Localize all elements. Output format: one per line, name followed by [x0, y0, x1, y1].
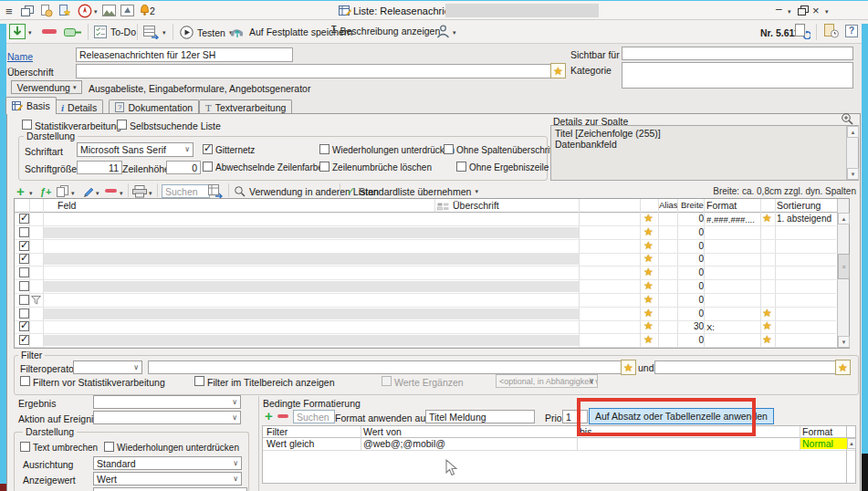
details-scrollbar[interactable]: ▲ ▼ — [846, 126, 858, 180]
field-table-row[interactable]: ★0#.###.###....★1. absteigend — [15, 213, 836, 226]
favorite-star-icon[interactable]: ★ — [643, 280, 654, 291]
wiederholungen2-checkbox[interactable] — [104, 442, 114, 452]
document-history-icon[interactable] — [823, 24, 840, 41]
gitternetz-checkbox[interactable] — [203, 144, 213, 154]
zeilenumbrueche-checkbox[interactable] — [319, 162, 329, 172]
row-visible-checkbox[interactable] — [19, 241, 29, 251]
row-visible-checkbox[interactable] — [19, 254, 29, 264]
cond-header-filter[interactable]: Filter — [267, 426, 288, 437]
field-table-row[interactable]: ★0★ — [15, 334, 836, 348]
favorite-star-icon[interactable]: ★ — [643, 226, 654, 237]
tab-basis[interactable]: Basis — [5, 97, 57, 114]
schriftart-select[interactable]: Microsoft Sans Serif — [77, 142, 193, 157]
tab-textverarbeitung[interactable]: T Textverarbeitung — [199, 99, 292, 114]
filter-input-2[interactable] — [654, 360, 839, 374]
todo-button[interactable]: To-Do — [94, 26, 136, 38]
standardliste-button[interactable]: ✓ Standardliste übernehmen ▾ — [347, 185, 478, 197]
ueberschrift-favorite-button[interactable]: ★ — [550, 63, 566, 78]
row-visible-checkbox[interactable] — [19, 308, 29, 319]
add-function-icon[interactable]: ƒ+ — [40, 186, 52, 197]
selbstsuchend-checkbox[interactable] — [117, 120, 127, 130]
minimize-dropdown-icon[interactable]: ▾ — [788, 8, 791, 16]
ohne-spalten-checkbox[interactable] — [444, 144, 454, 154]
statistik-checkbox[interactable] — [22, 120, 32, 130]
favorite-star-icon[interactable]: ★ — [643, 334, 654, 345]
close-button[interactable]: × — [812, 4, 820, 17]
schriftgroesse-input[interactable]: 11 — [77, 161, 122, 174]
col-header-feld[interactable]: Feld — [58, 200, 76, 211]
filtern-vor-checkbox[interactable] — [20, 376, 30, 386]
edit-dropdown-icon[interactable]: ▾ — [96, 190, 99, 197]
cond-header-format[interactable]: Format — [802, 426, 832, 437]
copy-dropdown-icon[interactable]: ▾ — [71, 190, 75, 197]
name-input[interactable]: Releasenachrichten für 12er SH — [76, 47, 293, 62]
col-header-format[interactable]: Format — [706, 200, 737, 211]
list-export-dropdown-icon[interactable]: ▾ — [162, 29, 166, 37]
person-dropdown-icon[interactable]: ▾ — [453, 29, 456, 37]
row-visible-checkbox[interactable] — [19, 227, 29, 237]
field-table-row[interactable]: ★0 — [15, 294, 836, 308]
favorite-star-icon[interactable]: ★ — [643, 320, 654, 331]
abwechselnd-checkbox[interactable] — [203, 162, 213, 172]
ausrichtung-select[interactable]: Standard — [93, 456, 242, 470]
save-icon[interactable] — [9, 24, 26, 41]
text-umbrechen-checkbox[interactable] — [20, 442, 30, 452]
minimize-button[interactable]: – — [776, 3, 782, 16]
col-header-alias[interactable]: Alias — [659, 200, 678, 210]
name-label[interactable]: Name — [7, 51, 33, 62]
wiederholungen-checkbox[interactable] — [319, 144, 329, 154]
favorite-star-icon[interactable]: ★ — [643, 253, 654, 264]
save-dropdown-icon[interactable]: ▾ — [28, 29, 32, 37]
history-refresh-icon[interactable] — [794, 24, 810, 41]
help-icon[interactable]: ? — [845, 25, 858, 37]
kategorie-input[interactable] — [622, 62, 853, 89]
delete-column-icon[interactable] — [105, 189, 117, 193]
tab-details[interactable]: i Details — [55, 99, 103, 114]
print-dropdown-icon[interactable]: ▾ — [149, 190, 152, 197]
suchen-input[interactable]: Suchen — [162, 184, 210, 198]
filter-input-1[interactable] — [148, 360, 624, 374]
connector-icon[interactable] — [64, 26, 82, 40]
ueberschrift-input[interactable] — [76, 64, 556, 78]
row-visible-checkbox[interactable] — [19, 281, 29, 291]
beschreibung-button[interactable]: T ≡ Beschreibung anzeigen — [331, 26, 440, 37]
sichtbar-input[interactable] — [622, 47, 853, 60]
col-header-breite[interactable]: Breite — [681, 200, 704, 210]
add-column-dropdown-icon[interactable]: ▾ — [29, 190, 33, 197]
filteroperator-select[interactable] — [73, 360, 142, 374]
row-visible-checkbox[interactable] — [19, 335, 29, 345]
favorite-star-icon[interactable]: ★ — [643, 240, 654, 251]
field-table-row[interactable]: ★0 — [15, 226, 836, 240]
col-header-sortierung[interactable]: Sortierung — [777, 200, 821, 211]
ergebnis-select[interactable] — [93, 395, 241, 409]
bedingte-suchen-input[interactable]: Suchen — [293, 410, 335, 423]
restore-button[interactable] — [798, 5, 809, 17]
favorite-star-icon[interactable]: ★ — [643, 213, 654, 224]
filter-favorite-2[interactable]: ★ — [835, 360, 851, 375]
row-visible-checkbox[interactable] — [19, 214, 29, 224]
remove-condition-icon[interactable] — [277, 414, 288, 418]
scroll-up-icon[interactable]: ▲ — [847, 438, 856, 449]
field-table-row[interactable]: ★30X:★ — [15, 320, 836, 334]
note-flag-icon[interactable] — [120, 5, 134, 18]
row-visible-checkbox[interactable] — [19, 321, 29, 331]
zeilenhoehe-input[interactable]: 0 — [166, 161, 201, 174]
add-condition-icon[interactable]: + — [265, 408, 273, 423]
format-anwenden-input[interactable]: Titel Meldung — [425, 410, 535, 423]
scroll-up-icon[interactable]: ▲ — [838, 213, 850, 225]
field-table-row[interactable]: ★0 — [15, 280, 836, 294]
field-table-row[interactable]: ★0 — [15, 240, 836, 254]
scrollbar-thumb[interactable]: ≡ — [838, 254, 850, 279]
remove-icon[interactable] — [42, 29, 57, 34]
field-table-row[interactable]: ★0 — [15, 253, 836, 266]
list-export-icon[interactable] — [143, 26, 161, 41]
titelbereich-checkbox[interactable] — [194, 376, 204, 386]
verwendung-button[interactable]: Verwendung▾ — [11, 80, 82, 94]
cond-header-wert-von[interactable]: Wert von — [363, 426, 402, 437]
col-header-ueberschrift[interactable]: Überschrift — [453, 200, 499, 211]
field-table-row[interactable]: ★0★ — [15, 308, 836, 321]
favorite-star-icon[interactable]: ★ — [643, 308, 654, 319]
table-scrollbar[interactable]: ▲ ≡ ▼ — [837, 199, 849, 348]
scroll-up-icon[interactable]: ▲ — [847, 126, 859, 138]
row-visible-checkbox[interactable] — [19, 295, 29, 305]
